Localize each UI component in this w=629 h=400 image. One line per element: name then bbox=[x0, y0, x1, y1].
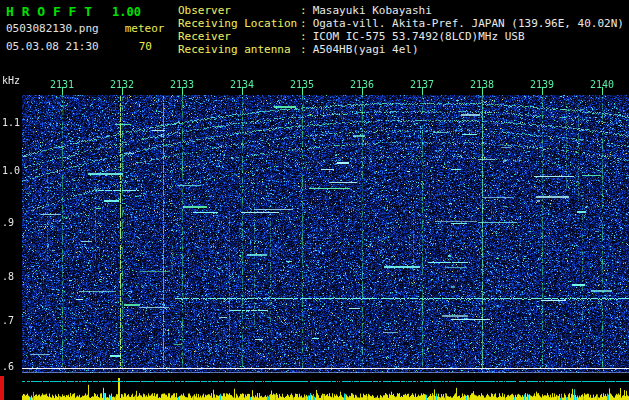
station-label: Receiving antenna bbox=[178, 43, 300, 56]
station-row-antenna: Receiving antenna:A504HB(yagi 4el) bbox=[178, 43, 624, 56]
x-tick-label: 2138 bbox=[466, 79, 498, 90]
output-filename: 0503082130.png bbox=[6, 22, 99, 35]
separator: : bbox=[300, 4, 307, 17]
station-label: Receiving Location bbox=[178, 17, 300, 30]
x-tick-label: 2140 bbox=[586, 79, 618, 90]
station-row-receiver: Receiver:ICOM IC-575 53.7492(8LCD)MHz US… bbox=[178, 30, 624, 43]
station-value: ICOM IC-575 53.7492(8LCD)MHz USB bbox=[313, 30, 525, 43]
datetime-label: 05.03.08 21:30 bbox=[6, 40, 99, 53]
y-tick-label: .8 bbox=[0, 271, 22, 282]
mode-label: meteor bbox=[125, 22, 165, 35]
spectrogram-canvas bbox=[0, 75, 629, 400]
x-tick-label: 2132 bbox=[106, 79, 138, 90]
station-value: Ogata-vill. Akita-Pref. JAPAN (139.96E, … bbox=[313, 17, 624, 30]
app-version: 1.00 bbox=[112, 5, 141, 19]
header-left: H R O F F T1.00 0503082130.pngmeteor 05.… bbox=[6, 4, 164, 53]
y-tick-label: 1.0 bbox=[0, 165, 22, 176]
station-label: Receiver bbox=[178, 30, 300, 43]
x-tick-label: 2133 bbox=[166, 79, 198, 90]
y-tick-label: 1.1 bbox=[0, 117, 22, 128]
station-row-location: Receiving Location:Ogata-vill. Akita-Pre… bbox=[178, 17, 624, 30]
file-row: 0503082130.pngmeteor bbox=[6, 22, 164, 37]
y-tick-label: .9 bbox=[0, 217, 22, 228]
x-tick-label: 2135 bbox=[286, 79, 318, 90]
x-tick-label: 2136 bbox=[346, 79, 378, 90]
title-row: H R O F F T1.00 bbox=[6, 4, 164, 19]
station-row-observer: Observer:Masayuki Kobayashi bbox=[178, 4, 624, 17]
x-tick-label: 2131 bbox=[46, 79, 78, 90]
station-value: A504HB(yagi 4el) bbox=[313, 43, 419, 56]
echo-count: 70 bbox=[139, 40, 152, 53]
station-label: Observer bbox=[178, 4, 300, 17]
x-tick-label: 2137 bbox=[406, 79, 438, 90]
separator: : bbox=[300, 43, 307, 56]
station-value: Masayuki Kobayashi bbox=[313, 4, 432, 17]
y-axis-unit: kHz bbox=[0, 75, 22, 86]
separator: : bbox=[300, 17, 307, 30]
x-tick-label: 2134 bbox=[226, 79, 258, 90]
y-tick-label: .6 bbox=[0, 361, 22, 372]
hrofft-screen: H R O F F T1.00 0503082130.pngmeteor 05.… bbox=[0, 0, 629, 400]
station-info: Observer:Masayuki Kobayashi Receiving Lo… bbox=[178, 4, 624, 56]
x-tick-label: 2139 bbox=[526, 79, 558, 90]
app-title: H R O F F T bbox=[6, 4, 92, 19]
y-tick-label: .7 bbox=[0, 315, 22, 326]
separator: : bbox=[300, 30, 307, 43]
date-row: 05.03.08 21:3070 bbox=[6, 40, 164, 53]
